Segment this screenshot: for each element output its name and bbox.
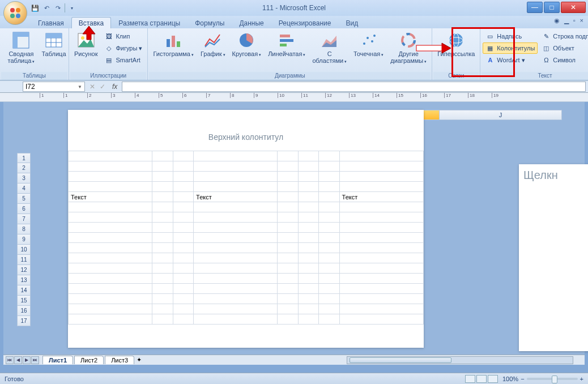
cell[interactable] [339,182,423,192]
cell[interactable] [298,294,318,304]
cell[interactable] [69,172,152,182]
header-title[interactable]: Верхний колонтитул [68,110,424,147]
cell[interactable] [339,314,423,325]
cell[interactable] [339,304,423,314]
cell[interactable] [69,253,152,263]
cell[interactable] [319,161,339,172]
cell[interactable] [152,284,173,294]
cell[interactable] [173,263,193,274]
cell[interactable] [194,294,278,304]
fx-cancel[interactable]: ✕ [87,83,97,91]
maximize-button[interactable]: □ [544,2,560,13]
cell[interactable] [69,182,152,192]
window-close-icon[interactable]: × [580,17,583,24]
row-header-8[interactable]: 8 [17,224,31,234]
cell[interactable] [173,294,193,304]
signature-line-button[interactable]: ✎Строка подписи ▾ [539,31,588,42]
tab-review[interactable]: Рецензирование [271,17,339,28]
cell[interactable] [319,263,339,274]
chevron-down-icon[interactable]: ▼ [78,84,82,89]
cell[interactable] [194,182,278,192]
cell[interactable] [319,304,339,314]
cell[interactable] [319,223,339,233]
cell[interactable] [152,314,173,325]
cell[interactable] [298,212,318,223]
clip-button[interactable]: 🖼Клип [101,31,145,42]
cell[interactable] [69,212,152,223]
cell[interactable] [278,172,298,182]
cell[interactable] [339,212,423,223]
cell[interactable] [278,284,298,294]
zoom-slider[interactable] [527,378,578,380]
col-header-J[interactable]: J [440,110,562,120]
cell[interactable] [152,182,173,192]
cell[interactable] [173,253,193,263]
cell[interactable] [69,294,152,304]
wordart-button[interactable]: AWordArt ▾ [483,54,538,66]
cell[interactable] [278,253,298,263]
row-header-4[interactable]: 4 [17,184,31,194]
sheet-nav-last[interactable]: ⏭ [31,356,39,364]
smartart-button[interactable]: ▤SmartArt [101,54,145,66]
row-header-14[interactable]: 14 [17,285,31,296]
view-page-break[interactable] [488,375,498,383]
cell[interactable] [278,304,298,314]
cell[interactable] [69,151,152,161]
cell[interactable] [298,284,318,294]
cell[interactable] [339,274,423,284]
cell[interactable] [152,274,173,284]
cell[interactable] [278,233,298,243]
cell[interactable] [298,233,318,243]
help-icon[interactable]: ◉ [554,17,560,24]
cell[interactable] [278,151,298,161]
cell[interactable] [173,223,193,233]
row-header-17[interactable]: 17 [17,316,31,326]
cell[interactable] [194,233,278,243]
formula-input[interactable] [122,82,586,92]
cell[interactable]: Текст [69,192,152,202]
view-page-layout[interactable] [476,375,487,383]
cell[interactable] [278,212,298,223]
cell[interactable] [194,161,278,172]
cell[interactable] [194,253,278,263]
cell[interactable] [339,253,423,263]
minimize-button[interactable]: — [527,2,543,13]
cell[interactable] [194,284,278,294]
cell[interactable] [298,182,318,192]
cell[interactable] [319,151,339,161]
cell[interactable] [194,243,278,253]
cell[interactable] [69,304,152,314]
cell[interactable] [298,274,318,284]
cell[interactable] [298,192,318,202]
office-button[interactable] [3,1,27,25]
cell[interactable] [194,274,278,284]
cell[interactable] [339,161,423,172]
cell[interactable] [319,243,339,253]
zoom-out[interactable]: − [521,376,524,382]
row-header-11[interactable]: 11 [17,255,31,265]
row-header-5[interactable]: 5 [17,194,31,204]
cell[interactable] [339,202,423,212]
shapes-button[interactable]: ◇Фигуры ▾ [101,42,145,54]
cell[interactable] [194,263,278,274]
row-header-10[interactable]: 10 [17,245,31,255]
cell[interactable] [339,233,423,243]
qat-dropdown-icon[interactable]: ▾ [67,3,76,12]
cell[interactable] [319,192,339,202]
fx-confirm[interactable]: ✓ [97,83,108,91]
row-header-6[interactable]: 6 [17,204,31,214]
cell[interactable] [319,202,339,212]
cell[interactable] [278,274,298,284]
cell[interactable] [152,243,173,253]
cell[interactable] [69,233,152,243]
cell[interactable] [278,182,298,192]
tab-insert[interactable]: Вставка [71,17,112,28]
horizontal-scrollbar[interactable] [347,356,573,364]
cell[interactable] [173,161,193,172]
chart-button-1[interactable]: График [198,29,228,59]
cell[interactable] [339,223,423,233]
cell[interactable] [173,212,193,223]
cell[interactable] [152,304,173,314]
chart-button-3[interactable]: Линейчатая [265,29,308,59]
textbox-button[interactable]: ▭Надпись [483,31,538,42]
